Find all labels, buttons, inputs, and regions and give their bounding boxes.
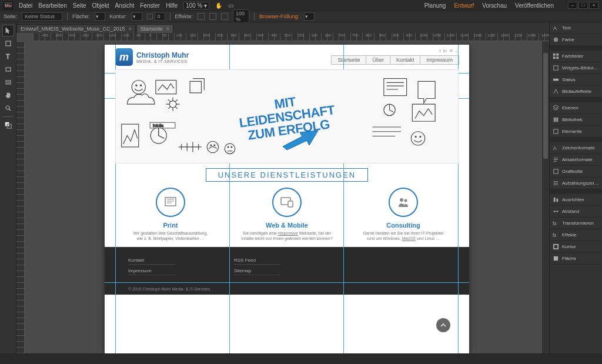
glow-icon[interactable] — [221, 13, 228, 20]
panel-bibliothek[interactable]: Bibliothek — [550, 114, 602, 126]
copyright-text: © 2015 Christoph Muhr Media- & IT-Servic… — [128, 287, 446, 291]
facebook-icon[interactable]: f — [440, 48, 441, 54]
print-icon — [156, 188, 185, 217]
panel-widgets[interactable]: Widgets-Bibliot… — [550, 62, 602, 74]
svg-rect-49 — [554, 198, 556, 202]
panel-ausrichten[interactable]: Ausrichten — [550, 194, 602, 206]
close-icon[interactable]: × — [166, 26, 169, 32]
menu-objekt[interactable]: Objekt — [92, 2, 109, 9]
panel-farbfelder[interactable]: Farbfelder — [550, 51, 602, 62]
fill-swatch[interactable]: ▾ — [95, 12, 105, 21]
close-button[interactable]: × — [589, 2, 598, 9]
vertical-ruler[interactable] — [16, 41, 25, 353]
panel-aufzahl[interactable]: Aufzählungszei… — [550, 178, 602, 189]
close-icon[interactable]: × — [128, 26, 131, 32]
svg-point-22 — [210, 145, 212, 146]
crop-tool[interactable] — [2, 38, 14, 49]
svg-point-25 — [228, 146, 229, 148]
svg-point-48 — [554, 184, 555, 185]
text-tool[interactable]: T — [2, 51, 14, 62]
linkedin-icon[interactable]: in — [443, 48, 447, 54]
stroke-align-icon[interactable] — [147, 14, 153, 19]
panel-flache[interactable]: Fläche — [550, 253, 602, 265]
panel-status[interactable]: Status — [550, 74, 602, 86]
svg-rect-35 — [556, 54, 558, 56]
panel-abstand[interactable]: Abstand — [550, 206, 602, 218]
svg-point-4 — [6, 106, 9, 109]
menu-bearbeiten[interactable]: Bearbeiten — [38, 2, 66, 9]
panel-bildlauf[interactable]: Bildlaufeffekte — [550, 86, 602, 98]
tab-design[interactable]: Entwurf — [454, 2, 474, 9]
panel-transform[interactable]: fxTransformieren — [550, 218, 602, 229]
svg-point-30 — [400, 198, 403, 202]
zoom-dropdown[interactable]: 100 %▾ — [183, 2, 209, 9]
panel-zeichen[interactable]: AZeichenformate — [550, 142, 602, 154]
selection-tool[interactable] — [2, 25, 14, 36]
services-row: Print Wir gestalten Ihre Geschäftsaussta… — [105, 188, 469, 247]
hand-tool[interactable] — [2, 89, 14, 101]
menu-hilfe[interactable]: Hilfe — [166, 2, 178, 9]
panel-kontur[interactable]: Kontur — [550, 241, 602, 253]
menu-ansicht[interactable]: Ansicht — [115, 2, 134, 9]
nav-kontakt[interactable]: Kontakt — [390, 56, 421, 64]
hero-arrow-icon — [280, 128, 321, 151]
panel-effekte[interactable]: fxEffekte — [550, 229, 602, 241]
footer-kontakt[interactable]: Kontakt — [128, 256, 175, 265]
svg-rect-2 — [6, 68, 11, 71]
hero-image[interactable]: fotolia — [115, 69, 459, 163]
horizontal-ruler[interactable]: -400-350-300-250-200-150-100-50050100150… — [33, 33, 549, 41]
doc-tab[interactable]: Entwurf_MMEIS_Webseite_Muse_CC_2015× — [16, 24, 136, 33]
nav-impressum[interactable]: Impressum — [420, 56, 459, 64]
vertical-scrollbar[interactable] — [542, 41, 549, 353]
page-canvas[interactable]: f in ✕ ⌕ m Christoph Muhr MEDIA- & IT-SE… — [105, 45, 469, 353]
scroll-top-button[interactable] — [436, 318, 450, 332]
tab-publish[interactable]: Veröffentlichen — [515, 2, 554, 9]
hand-tool-icon[interactable]: ✋ — [215, 2, 222, 9]
menu-seite[interactable]: Seite — [73, 2, 86, 9]
browser-fill-label: Browser-Füllung: — [259, 14, 299, 19]
stroke-weight[interactable]: 0 — [155, 12, 165, 21]
panel-grafik[interactable]: Grafikstile — [550, 166, 602, 178]
browser-fill-swatch[interactable]: ▾ — [304, 12, 315, 21]
footer-impressum[interactable]: Impressum — [128, 267, 175, 275]
tab-plan[interactable]: Planung — [424, 2, 446, 9]
search-icon[interactable]: ⌕ — [456, 48, 459, 54]
maximize-button[interactable]: □ — [578, 2, 588, 9]
minimize-button[interactable]: – — [568, 2, 577, 9]
stroke-label: Kontur: — [110, 14, 127, 19]
svg-point-20 — [420, 136, 421, 138]
shadow-icon[interactable] — [198, 13, 205, 20]
bevel-icon[interactable] — [209, 13, 216, 20]
svg-point-18 — [411, 132, 424, 145]
opacity-field[interactable]: 100 % — [233, 9, 249, 24]
page-tab[interactable]: Startseite× — [136, 24, 173, 33]
rectangle-tool[interactable] — [2, 64, 14, 75]
web-icon — [272, 188, 302, 217]
menu-datei[interactable]: Datei — [19, 2, 32, 9]
svg-rect-12 — [122, 124, 139, 147]
panel-text[interactable]: AText — [550, 22, 602, 34]
frame-tool[interactable] — [2, 76, 14, 88]
stroke-swatch[interactable]: ▾ — [132, 12, 142, 21]
menubar: Mu Datei Bearbeiten Seite Objekt Ansicht… — [0, 0, 602, 11]
panel-farbe[interactable]: Farbe — [550, 34, 602, 46]
page-dropdown[interactable]: Keine Status — [22, 12, 62, 21]
footer-rss[interactable]: RSS Feed — [234, 256, 281, 265]
menu-fenster[interactable]: Fenster — [140, 2, 160, 9]
panel-absatz[interactable]: Absatzformate — [550, 154, 602, 166]
zoom-tool[interactable] — [2, 102, 14, 114]
svg-point-23 — [214, 145, 215, 146]
search-icon[interactable]: ▭ — [228, 2, 233, 9]
nav-startseite[interactable]: Startseite — [332, 56, 366, 64]
tab-preview[interactable]: Vorschau — [482, 2, 507, 9]
panel-ebenen[interactable]: Ebenen — [550, 102, 602, 114]
fill-stroke-swatch[interactable] — [2, 119, 14, 131]
document-tabs: Entwurf_MMEIS_Webseite_Muse_CC_2015× Sta… — [16, 22, 549, 33]
nav-uber[interactable]: Über — [366, 56, 390, 64]
panel-elemente[interactable]: Elemente — [550, 126, 602, 138]
footer-sitemap[interactable]: Sitemap — [234, 267, 281, 275]
design-viewport[interactable]: f in ✕ ⌕ m Christoph Muhr MEDIA- & IT-SE… — [25, 41, 549, 353]
section-title: UNSERE DIENSTLEISTUNGEN — [105, 168, 469, 182]
xing-icon[interactable]: ✕ — [449, 48, 453, 54]
svg-point-8 — [136, 85, 137, 86]
